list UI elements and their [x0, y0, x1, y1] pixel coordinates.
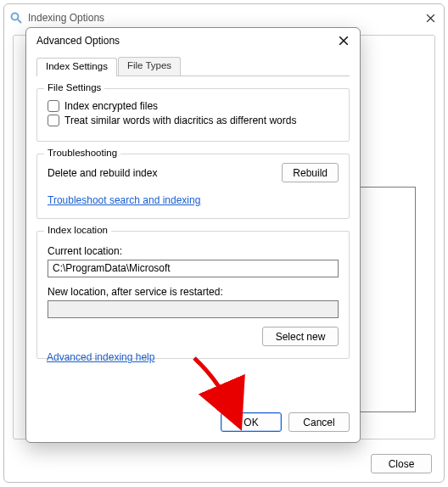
back-close-button[interactable]	[422, 9, 439, 26]
new-location-field[interactable]	[48, 300, 339, 318]
back-window-title: Indexing Options	[28, 12, 104, 24]
tab-index-settings[interactable]: Index Settings	[36, 58, 117, 76]
checkbox-diacritics[interactable]	[48, 115, 59, 126]
ok-button[interactable]: OK	[221, 412, 282, 432]
current-location-field[interactable]: C:\ProgramData\Microsoft	[48, 260, 339, 277]
label-new-location: New location, after service is restarted…	[48, 286, 339, 298]
group-file-settings: File Settings Index encrypted files Trea…	[36, 88, 350, 142]
indexing-icon	[9, 11, 23, 25]
dialog-titlebar: Advanced Options	[26, 28, 360, 53]
legend-troubleshooting: Troubleshooting	[44, 148, 120, 158]
label-diacritics: Treat similar words with diacritics as d…	[64, 115, 296, 126]
advanced-options-dialog: Advanced Options Index Settings File Typ…	[25, 27, 361, 443]
select-new-button[interactable]: Select new	[262, 327, 339, 346]
back-close-footer-button[interactable]: Close	[371, 454, 432, 473]
tabstrip: Index Settings File Types	[36, 57, 350, 76]
legend-index-location: Index location	[44, 225, 111, 235]
group-troubleshooting: Troubleshooting Delete and rebuild index…	[36, 154, 350, 219]
checkbox-index-encrypted[interactable]	[48, 100, 59, 112]
label-index-encrypted: Index encrypted files	[64, 100, 158, 112]
svg-line-1	[18, 20, 21, 23]
cancel-button[interactable]: Cancel	[288, 412, 350, 432]
back-list-box	[352, 187, 416, 412]
svg-point-0	[12, 14, 19, 20]
legend-file-settings: File Settings	[44, 82, 104, 92]
group-index-location: Index location Current location: C:\Prog…	[36, 231, 350, 359]
tab-file-types[interactable]: File Types	[118, 57, 181, 76]
dialog-close-button[interactable]	[334, 31, 353, 50]
advanced-indexing-help-link[interactable]: Advanced indexing help	[47, 351, 154, 363]
label-delete-rebuild: Delete and rebuild index	[48, 167, 157, 179]
dialog-title: Advanced Options	[36, 35, 120, 47]
label-current-location: Current location:	[48, 245, 339, 257]
rebuild-button[interactable]: Rebuild	[282, 163, 339, 182]
troubleshoot-link[interactable]: Troubleshoot search and indexing	[48, 194, 200, 206]
